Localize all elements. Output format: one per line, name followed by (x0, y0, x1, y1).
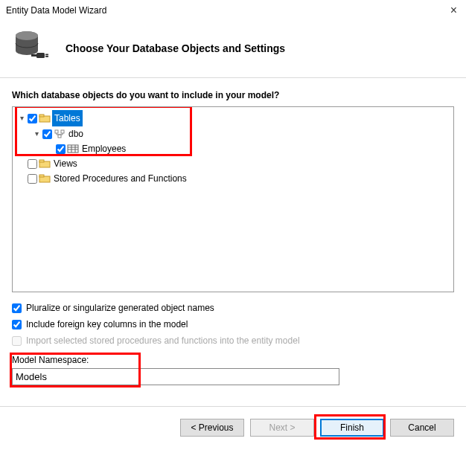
objects-tree[interactable]: ▾ Tables ▾ (12, 106, 454, 292)
checkbox-dbo[interactable] (42, 129, 52, 139)
folder-icon (39, 113, 51, 123)
tree-node-dbo[interactable]: ▾ dbo (16, 126, 450, 141)
tree-label-tables: Tables (52, 110, 83, 126)
checkbox-foreignkeys[interactable] (12, 320, 22, 329)
svg-rect-10 (58, 135, 61, 138)
tree-node-employees[interactable]: Employees (16, 141, 450, 156)
tree-label-employees: Employees (80, 141, 127, 156)
wizard-header: Choose Your Database Objects and Setting… (0, 21, 466, 78)
svg-rect-7 (39, 115, 44, 117)
checkbox-sprocs[interactable] (28, 174, 37, 184)
tree-label-views: Views (52, 156, 79, 171)
tree-node-views[interactable]: Views (16, 156, 450, 171)
namespace-input[interactable] (12, 368, 339, 385)
svg-rect-11 (68, 145, 78, 152)
svg-rect-3 (31, 54, 38, 57)
option-foreignkeys[interactable]: Include foreign key columns in the model (12, 316, 454, 332)
table-icon (67, 144, 79, 154)
checkbox-pluralize[interactable] (12, 303, 22, 313)
option-pluralize-label: Pluralize or singularize generated objec… (26, 303, 214, 313)
checkbox-tables[interactable] (28, 114, 37, 123)
wizard-step-title: Choose Your Database Objects and Setting… (66, 42, 285, 54)
folder-icon (39, 173, 51, 184)
checkbox-import-sprocs (12, 336, 22, 346)
namespace-label: Model Namespace: (12, 355, 454, 365)
svg-rect-19 (39, 175, 44, 177)
svg-rect-9 (61, 130, 64, 133)
svg-rect-8 (55, 130, 58, 133)
svg-point-1 (16, 31, 38, 40)
wizard-content: Which database objects do you want to in… (0, 78, 466, 393)
cancel-button[interactable]: Cancel (390, 419, 454, 437)
namespace-block: Model Namespace: (12, 355, 454, 385)
options-group: Pluralize or singularize generated objec… (12, 300, 454, 349)
svg-rect-5 (45, 56, 48, 57)
window-title: Entity Data Model Wizard (6, 5, 106, 16)
option-foreignkeys-label: Include foreign key columns in the model (26, 319, 188, 329)
svg-rect-17 (39, 160, 44, 162)
previous-button[interactable]: < Previous (180, 419, 244, 437)
chevron-down-icon[interactable]: ▾ (17, 111, 26, 126)
close-icon[interactable]: × (447, 4, 460, 16)
option-import-sprocs-label: Import selected stored procedures and fu… (26, 335, 300, 346)
wizard-footer: < Previous Next > Finish Cancel (0, 407, 466, 448)
option-import-sprocs: Import selected stored procedures and fu… (12, 332, 454, 349)
schema-icon (54, 129, 66, 139)
next-button: Next > (250, 419, 314, 437)
tree-label-dbo: dbo (67, 126, 85, 141)
prompt-text: Which database objects do you want to in… (12, 90, 454, 100)
svg-rect-4 (45, 54, 48, 56)
database-icon (12, 27, 52, 67)
tree-label-sprocs: Stored Procedures and Functions (52, 171, 188, 186)
option-pluralize[interactable]: Pluralize or singularize generated objec… (12, 300, 454, 316)
tree-node-sprocs[interactable]: Stored Procedures and Functions (16, 171, 450, 186)
chevron-down-icon[interactable]: ▾ (32, 126, 41, 141)
checkbox-employees[interactable] (56, 144, 66, 154)
finish-button[interactable]: Finish (320, 419, 384, 437)
checkbox-views[interactable] (28, 159, 37, 169)
folder-icon (39, 158, 51, 169)
tree-node-tables[interactable]: ▾ Tables (16, 110, 450, 126)
titlebar: Entity Data Model Wizard × (0, 0, 466, 21)
